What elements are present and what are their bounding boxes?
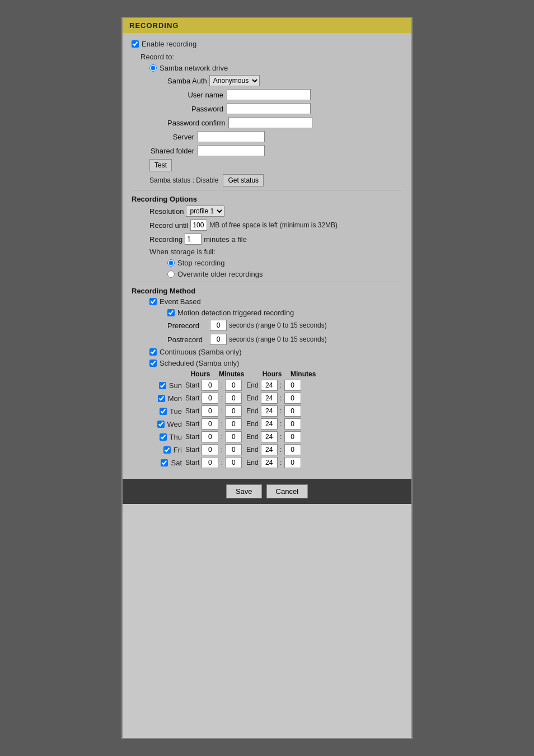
sat-end-label: End (246, 459, 258, 466)
cancel-button[interactable]: Cancel (266, 484, 308, 498)
password-confirm-input[interactable] (228, 117, 312, 128)
schedule-row-thu: Thu Start : End : (143, 431, 402, 442)
fri-label: Fri (174, 446, 182, 454)
samba-status-text: Samba status : Disable (149, 176, 218, 184)
samba-auth-label: Samba Auth (167, 77, 207, 85)
motion-detection-checkbox[interactable] (167, 309, 175, 316)
recording-method-title: Recording Method (132, 287, 402, 295)
stop-recording-radio[interactable] (167, 259, 175, 267)
sat-label: Sat (171, 459, 182, 467)
get-status-button[interactable]: Get status (223, 174, 264, 186)
sat-start-hours[interactable] (202, 457, 218, 468)
samba-auth-select[interactable]: Anonymous User (209, 75, 260, 86)
sun-start-hours[interactable] (202, 380, 218, 391)
wed-checkbox[interactable] (157, 421, 165, 428)
resolution-label: Resolution (149, 207, 184, 216)
shared-folder-input[interactable] (198, 145, 265, 156)
tue-start-hours[interactable] (202, 405, 218, 417)
prerecord-input[interactable] (210, 320, 227, 331)
fri-checkbox[interactable] (163, 446, 171, 454)
prerecord-label: Prerecord (167, 321, 208, 330)
wed-label: Wed (167, 420, 182, 428)
sun-end-minutes[interactable] (284, 380, 301, 391)
stop-recording-label: Stop recording (177, 259, 225, 267)
tue-end-hours[interactable] (261, 405, 278, 417)
schedule-row-sat: Sat Start : End : (143, 457, 402, 468)
thu-end-minutes[interactable] (284, 431, 301, 442)
record-to-label: Record to: (140, 53, 174, 61)
tue-checkbox[interactable] (160, 408, 167, 415)
thu-start-minutes[interactable] (225, 431, 242, 442)
sat-start-minutes[interactable] (225, 457, 242, 468)
mon-start-hours[interactable] (202, 393, 218, 404)
mon-end-minutes[interactable] (284, 393, 301, 404)
username-label: User name (167, 91, 223, 99)
wed-start-hours[interactable] (202, 418, 218, 430)
sat-start-label: Start (185, 459, 199, 466)
continuous-checkbox[interactable] (149, 348, 157, 356)
fri-end-label: End (246, 446, 258, 454)
postrecord-suffix: seconds (range 0 to 15 seconds) (229, 335, 327, 343)
recording-minutes-input[interactable] (185, 234, 202, 245)
record-until-suffix: MB of free space is left (minimum is 32M… (209, 221, 338, 229)
motion-detection-label: Motion detection triggered recording (177, 309, 294, 317)
event-based-checkbox[interactable] (149, 298, 157, 305)
fri-end-minutes[interactable] (284, 444, 301, 455)
record-until-input[interactable] (190, 220, 207, 231)
postrecord-label: Postrecord (167, 335, 208, 344)
server-label: Server (149, 133, 194, 141)
continuous-label: Continuous (Samba only) (160, 348, 242, 356)
fri-start-minutes[interactable] (225, 444, 242, 455)
thu-label: Thu (170, 433, 182, 441)
shared-folder-label: Shared folder (149, 147, 194, 155)
thu-start-hours[interactable] (202, 431, 218, 442)
footer-bar: Save Cancel (123, 479, 411, 504)
samba-radio[interactable] (149, 64, 157, 72)
schedule-end-minutes-header: Minutes (291, 370, 312, 378)
wed-start-minutes[interactable] (225, 418, 242, 430)
mon-checkbox[interactable] (158, 395, 165, 402)
tue-end-label: End (246, 407, 258, 415)
mon-label: Mon (168, 394, 182, 403)
sun-start-minutes[interactable] (225, 380, 242, 391)
schedule-row-mon: Mon Start : End : (143, 393, 402, 404)
fri-start-hours[interactable] (202, 444, 218, 455)
thu-checkbox[interactable] (160, 433, 167, 441)
tue-start-minutes[interactable] (225, 405, 242, 417)
sat-end-minutes[interactable] (284, 457, 301, 468)
schedule-row-sun: Sun Start : End : (143, 380, 402, 391)
mon-end-hours[interactable] (261, 393, 278, 404)
username-input[interactable] (227, 89, 311, 100)
thu-end-hours[interactable] (261, 431, 278, 442)
sun-label: Sun (169, 381, 182, 390)
enable-recording-label: Enable recording (142, 40, 196, 48)
postrecord-input[interactable] (210, 334, 227, 345)
schedule-row-tue: Tue Start : End : (143, 405, 402, 417)
resolution-select[interactable]: profile 1 profile 2 (186, 206, 224, 217)
storage-full-label: When storage is full: (149, 248, 216, 256)
sat-checkbox[interactable] (161, 459, 168, 466)
overwrite-radio[interactable] (167, 270, 175, 278)
save-button[interactable]: Save (226, 484, 262, 498)
schedule-row-wed: Wed Start : End : (143, 418, 402, 430)
sat-end-hours[interactable] (261, 457, 278, 468)
schedule-minutes-header: Minutes (219, 370, 240, 378)
password-confirm-label: Password confirm (167, 119, 225, 127)
fri-end-hours[interactable] (261, 444, 278, 455)
sun-checkbox[interactable] (159, 382, 166, 389)
tue-label: Tue (170, 407, 182, 416)
mon-start-minutes[interactable] (225, 393, 242, 404)
mon-end-label: End (246, 394, 258, 402)
password-input[interactable] (227, 103, 311, 114)
tue-end-minutes[interactable] (284, 405, 301, 417)
sun-end-hours[interactable] (261, 380, 278, 391)
scheduled-label: Scheduled (Samba only) (160, 359, 239, 367)
test-button[interactable]: Test (149, 159, 172, 171)
wed-end-hours[interactable] (261, 418, 278, 430)
wed-end-minutes[interactable] (284, 418, 301, 430)
enable-recording-checkbox[interactable] (132, 40, 139, 48)
recording-label: Recording (149, 235, 182, 244)
server-input[interactable] (198, 131, 265, 142)
scheduled-checkbox[interactable] (149, 360, 157, 367)
tue-start-label: Start (185, 407, 199, 415)
